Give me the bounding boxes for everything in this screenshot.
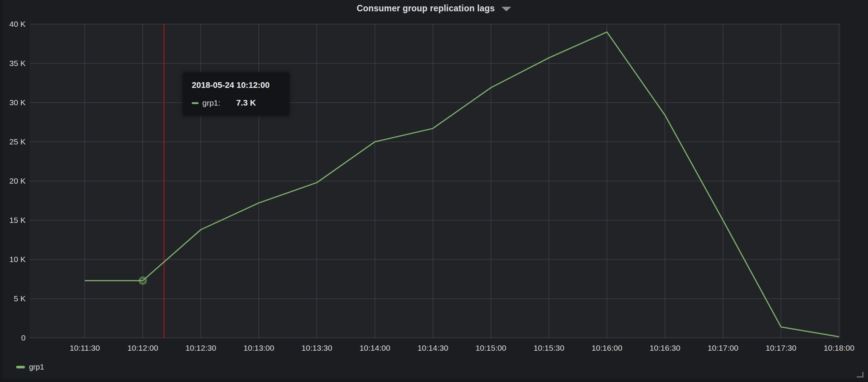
chart-canvas[interactable] xyxy=(0,0,868,382)
legend-label: grp1 xyxy=(29,363,44,371)
legend-item-grp1[interactable]: grp1 xyxy=(16,363,44,371)
chevron-down-icon[interactable] xyxy=(501,7,511,11)
tooltip-series-label: grp1: xyxy=(202,98,220,107)
tooltip-series-row: grp1: 7.3 K xyxy=(192,98,280,108)
tooltip-series-value: 7.3 K xyxy=(236,98,256,108)
tooltip: 2018-05-24 10:12:00 grp1: 7.3 K xyxy=(183,72,289,116)
panel-header: Consumer group replication lags xyxy=(0,0,868,17)
legend-color-dash xyxy=(16,366,25,368)
panel-title[interactable]: Consumer group replication lags xyxy=(357,3,495,14)
tooltip-timestamp: 2018-05-24 10:12:00 xyxy=(192,80,280,90)
panel-resize-handle[interactable] xyxy=(857,372,863,377)
tooltip-series-color-dash xyxy=(192,102,199,104)
